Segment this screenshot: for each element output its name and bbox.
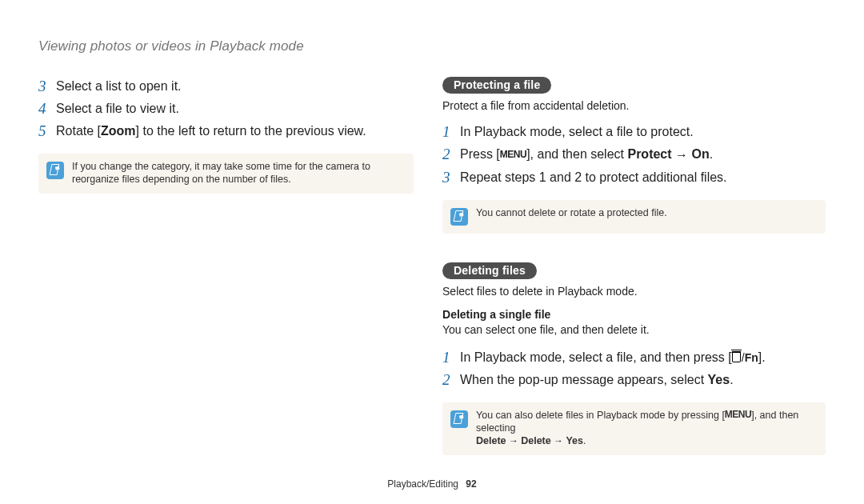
note-box: You can also delete files in Playback mo… <box>442 402 826 455</box>
fn-label: Fn <box>745 351 758 364</box>
step-text-post1: ], and then select <box>526 147 627 161</box>
arrow-icon: → <box>506 435 522 446</box>
delete-desc: Select files to delete in Playback mode. <box>442 284 826 298</box>
step-item: 1 In Playback mode, select a file to pro… <box>442 122 826 142</box>
step-text: Repeat steps 1 and 2 to protect addition… <box>460 168 727 187</box>
step-text-tail: . <box>710 147 713 161</box>
protect-section: Protecting a file Protect a file from ac… <box>442 77 826 234</box>
step-text-post: . <box>730 373 733 386</box>
page: Viewing photos or videos in Playback mod… <box>0 0 864 504</box>
note-bold3: Yes <box>566 435 583 446</box>
step-text: Select a file to view it. <box>56 99 179 118</box>
step-text-bold: Zoom <box>101 124 136 138</box>
page-header-title: Viewing photos or videos in Playback mod… <box>38 38 826 54</box>
left-column: 3 Select a list to open it. 4 Select a f… <box>38 77 414 455</box>
step-text-post: ] to the left to return to the previous … <box>136 124 366 138</box>
step-text: When the pop-up message appears, select … <box>460 370 734 390</box>
step-item: 2 When the pop-up message appears, selec… <box>442 370 826 390</box>
step-number: 5 <box>38 122 56 141</box>
step-text-post: ]. <box>758 350 766 364</box>
columns: 3 Select a list to open it. 4 Select a f… <box>38 77 826 455</box>
step-text: In Playback mode, select a file to prote… <box>460 122 694 142</box>
step-item: 5 Rotate [Zoom] to the left to return to… <box>38 122 414 141</box>
menu-icon: MENU <box>725 408 751 421</box>
step-item: 2 Press [MENU], and then select Protect … <box>442 145 826 165</box>
step-number: 2 <box>442 145 460 164</box>
step-item: 3 Select a list to open it. <box>38 77 414 96</box>
note-text: If you change the category, it may take … <box>72 160 404 186</box>
delete-steps: 1 In Playback mode, select a file, and t… <box>442 348 826 390</box>
protect-desc: Protect a file from accidental deletion. <box>442 98 826 113</box>
step-item: 3 Repeat steps 1 and 2 to protect additi… <box>442 168 826 187</box>
note-tail: . <box>583 435 586 446</box>
step-text-bold2: On <box>691 147 709 161</box>
delete-subhead: Deleting a single file <box>442 308 826 321</box>
step-number: 1 <box>442 348 460 367</box>
right-column: Protecting a file Protect a file from ac… <box>442 77 826 455</box>
note-pre: You can also delete files in Playback mo… <box>476 410 725 421</box>
menu-icon: MENU <box>500 145 526 164</box>
left-steps: 3 Select a list to open it. 4 Select a f… <box>38 77 414 141</box>
note-text: You can also delete files in Playback mo… <box>476 409 816 447</box>
step-text: In Playback mode, select a file, and the… <box>460 348 766 367</box>
arrow-icon: → <box>672 148 692 162</box>
note-box: You cannot delete or rotate a protected … <box>442 200 826 234</box>
note-bold2: Delete <box>521 435 551 446</box>
step-item: 1 In Playback mode, select a file, and t… <box>442 348 826 367</box>
trash-icon <box>732 351 741 362</box>
delete-subdesc: You can select one file, and then delete… <box>442 322 826 337</box>
step-number: 1 <box>442 122 460 142</box>
step-text-bold: Yes <box>708 373 730 386</box>
step-number: 2 <box>442 370 460 390</box>
delete-section: Deleting files Select files to delete in… <box>442 262 826 455</box>
page-number: 92 <box>466 478 476 490</box>
step-text-pre: In Playback mode, select a file, and the… <box>460 350 732 364</box>
step-text-pre: Press [ <box>460 147 500 161</box>
step-number: 3 <box>442 168 460 187</box>
step-text-bold1: Protect <box>627 147 671 161</box>
protect-chip: Protecting a file <box>442 77 551 94</box>
trash-fn-combo: /Fn <box>732 351 758 364</box>
note-icon <box>46 162 64 179</box>
note-bold1: Delete <box>476 435 506 446</box>
note-icon <box>450 208 468 226</box>
step-number: 4 <box>38 99 56 118</box>
step-number: 3 <box>38 77 56 96</box>
page-footer: Playback/Editing 92 <box>0 478 864 490</box>
step-text-pre: Rotate [ <box>56 124 101 138</box>
delete-chip: Deleting files <box>442 262 537 279</box>
step-text: Press [MENU], and then select Protect → … <box>460 145 713 165</box>
protect-steps: 1 In Playback mode, select a file to pro… <box>442 122 826 187</box>
step-text-pre: When the pop-up message appears, select <box>460 373 708 386</box>
arrow-icon: → <box>551 435 566 446</box>
footer-section: Playback/Editing <box>387 478 458 490</box>
note-icon <box>450 410 468 428</box>
step-item: 4 Select a file to view it. <box>38 99 414 118</box>
step-text: Rotate [Zoom] to the left to return to t… <box>56 122 366 141</box>
note-text: You cannot delete or rotate a protected … <box>476 206 667 219</box>
step-text: Select a list to open it. <box>56 77 182 96</box>
note-box: If you change the category, it may take … <box>38 154 414 194</box>
